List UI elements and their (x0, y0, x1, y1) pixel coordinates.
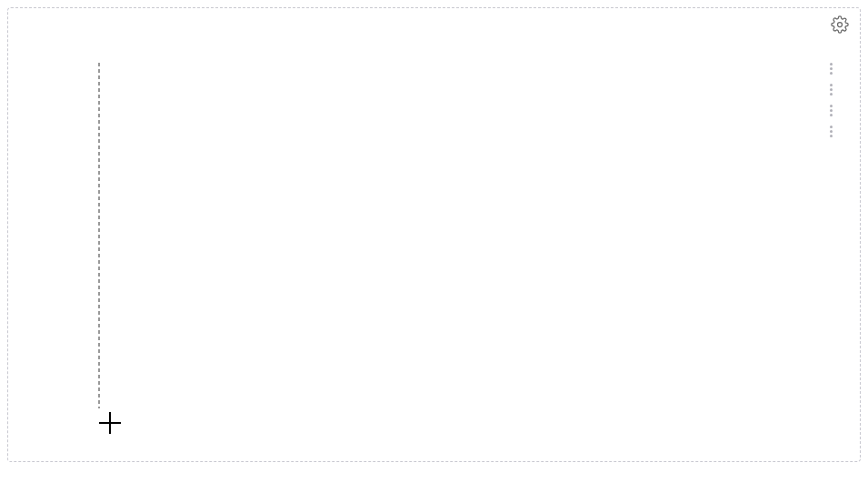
svg-point-0 (838, 23, 843, 27)
chart-area (26, 45, 851, 452)
legend-dot-icon (683, 128, 690, 136)
legend-item[interactable] (683, 126, 833, 137)
plot[interactable] (99, 63, 681, 408)
legend-item[interactable] (683, 84, 833, 96)
chart-panel (7, 7, 861, 462)
legend-dot-icon (683, 107, 690, 115)
legend-dot-icon (683, 86, 690, 94)
legend-dot-icon (683, 65, 690, 73)
gear-icon[interactable] (831, 15, 849, 34)
kebab-icon[interactable] (830, 126, 833, 137)
kebab-icon[interactable] (830, 84, 833, 96)
cursor-cross-icon (99, 412, 121, 434)
legend-item[interactable] (683, 105, 833, 116)
kebab-icon[interactable] (830, 105, 833, 116)
legend-item[interactable] (683, 63, 833, 75)
legend (683, 63, 833, 146)
kebab-icon[interactable] (830, 63, 833, 75)
